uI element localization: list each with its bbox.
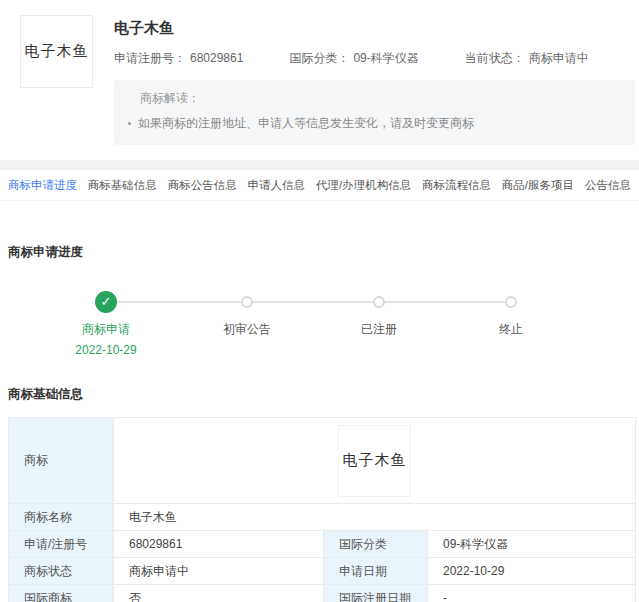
tab-gazette-info[interactable]: 商标公告信息	[166, 176, 239, 195]
step-registered: 已注册	[313, 291, 445, 338]
table-row-status-date: 商标状态 商标申请中 申请日期 2022-10-29	[9, 558, 636, 585]
tab-agency-info[interactable]: 代理/办理机构信息	[314, 176, 413, 195]
trademark-logo-text: 电子木鱼	[25, 42, 89, 61]
basic-info-table: 商标 电子木鱼 商标名称 电子木鱼 申请/注册号 68029861 国际分类 0…	[8, 417, 636, 602]
step-label: 终止	[445, 321, 577, 338]
row-label: 申请日期	[324, 558, 428, 585]
step-application: ✓ 商标申请 2022-10-29	[40, 291, 172, 357]
step-preliminary-gazette: 初审公告	[181, 291, 313, 338]
note-item: 如果商标的注册地址、申请人等信息发生变化，请及时变更商标	[126, 115, 623, 132]
row-value: 68029861	[114, 531, 324, 558]
row-value: 2022-10-29	[428, 558, 636, 585]
trademark-logo-image: 电子木鱼	[20, 15, 93, 88]
trademark-meta-row: 申请注册号：68029861 国际分类：09-科学仪器 当前状态：商标申请中	[114, 50, 639, 67]
tab-announcement-info[interactable]: 公告信息	[583, 176, 633, 195]
intl-class-field: 国际分类：09-科学仪器	[289, 50, 418, 67]
step-date: 2022-10-29	[40, 343, 172, 357]
row-label: 国际注册日期	[324, 585, 428, 602]
circle-icon	[241, 296, 253, 308]
row-label: 申请/注册号	[9, 531, 114, 558]
mark-label-cell: 商标	[9, 418, 114, 504]
tab-process-info[interactable]: 商标流程信息	[420, 176, 493, 195]
tab-bar: 商标申请进度 商标基础信息 商标公告信息 申请人信息 代理/办理机构信息 商标流…	[0, 170, 639, 201]
row-value: 电子木鱼	[114, 504, 636, 531]
circle-icon	[373, 296, 385, 308]
circle-icon	[505, 296, 517, 308]
current-status-field: 当前状态：商标申请中	[465, 50, 589, 67]
row-value: 否	[114, 585, 324, 602]
basic-info-section-title: 商标基础信息	[8, 386, 639, 403]
registration-number-value: 68029861	[190, 51, 243, 65]
intl-class-label: 国际分类：	[289, 51, 349, 65]
page-title: 电子木鱼	[114, 19, 639, 38]
table-row-mark: 商标 电子木鱼	[9, 418, 636, 504]
row-value: 商标申请中	[114, 558, 324, 585]
current-status-label: 当前状态：	[465, 51, 525, 65]
table-row-regno-class: 申请/注册号 68029861 国际分类 09-科学仪器	[9, 531, 636, 558]
page: 电子木鱼 电子木鱼 申请注册号：68029861 国际分类：09-科学仪器 当前…	[0, 0, 639, 602]
mark-image-cell: 电子木鱼	[114, 418, 636, 504]
trademark-header: 电子木鱼 电子木鱼 申请注册号：68029861 国际分类：09-科学仪器 当前…	[0, 0, 639, 145]
row-value: -	[428, 585, 636, 602]
table-row-name: 商标名称 电子木鱼	[9, 504, 636, 531]
step-label: 初审公告	[181, 321, 313, 338]
tab-trademark-progress[interactable]: 商标申请进度	[6, 176, 79, 195]
note-text: 如果商标的注册地址、申请人等信息发生变化，请及时变更商标	[138, 115, 474, 132]
row-label: 国际分类	[324, 531, 428, 558]
row-label: 国际商标	[9, 585, 114, 602]
intl-class-value: 09-科学仪器	[353, 51, 418, 65]
tab-goods-services[interactable]: 商品/服务项目	[500, 176, 576, 195]
trademark-note-box: 商标解读： 如果商标的注册地址、申请人等信息发生变化，请及时变更商标	[114, 80, 635, 145]
section-divider	[0, 160, 639, 170]
note-title: 商标解读：	[126, 90, 623, 107]
progress-section-title: 商标申请进度	[8, 244, 639, 261]
progress-stepper: ✓ 商标申请 2022-10-29 初审公告 已注册 终止	[0, 291, 639, 366]
row-label: 商标状态	[9, 558, 114, 585]
row-label: 商标名称	[9, 504, 114, 531]
table-row-intl: 国际商标 否 国际注册日期 -	[9, 585, 636, 602]
registration-number-field: 申请注册号：68029861	[114, 50, 243, 67]
tab-basic-info[interactable]: 商标基础信息	[86, 176, 159, 195]
trademark-image: 电子木鱼	[338, 425, 411, 497]
tab-applicant-info[interactable]: 申请人信息	[246, 176, 308, 195]
step-label: 已注册	[313, 321, 445, 338]
bullet-icon	[128, 122, 131, 125]
registration-number-label: 申请注册号：	[114, 51, 186, 65]
step-label: 商标申请	[40, 321, 172, 338]
step-terminated: 终止	[445, 291, 577, 338]
row-value: 09-科学仪器	[428, 531, 636, 558]
current-status-value: 商标申请中	[529, 51, 589, 65]
check-icon: ✓	[95, 291, 117, 313]
